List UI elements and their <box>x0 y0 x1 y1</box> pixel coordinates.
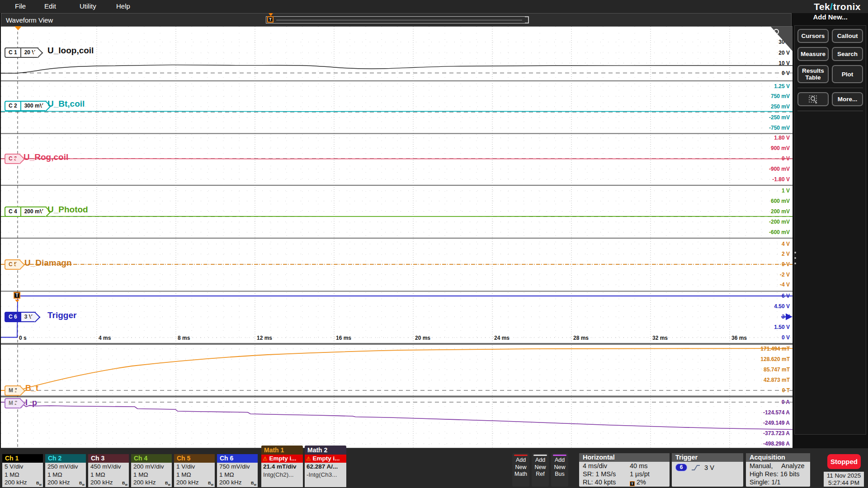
badge-ch6[interactable]: C 63 V <box>5 312 39 322</box>
menu-file[interactable]: File <box>15 2 26 10</box>
horizontal-record-length: RL: 40 kpts <box>583 479 616 486</box>
acquisition-panel[interactable]: Acquisition Manual,Analyze High Res: 16 … <box>746 453 810 487</box>
horizontal-window: 40 ms <box>630 462 648 470</box>
trigger-time-marker-icon[interactable] <box>14 26 22 34</box>
scrollbar-handle[interactable] <box>525 17 528 23</box>
badge-ch5[interactable]: C 5 <box>5 259 24 270</box>
callout-button[interactable]: Callout <box>832 29 863 43</box>
axis-label: -2 V <box>731 272 790 278</box>
waveform-view-titlebar: Waveform View T <box>1 13 792 26</box>
plot-button[interactable]: Plot <box>832 65 863 83</box>
axis-label: 1.50 V <box>731 324 790 330</box>
add-new-ref-button[interactable]: AddNewRef <box>532 453 549 487</box>
bw-limit-icon: Bw <box>79 479 85 488</box>
axis-label: 3 V <box>731 314 790 320</box>
ch2-settings-badge[interactable]: Ch 2 250 mV/div 1 MΩ 200 kHzBw <box>45 454 86 487</box>
ch5-settings-badge[interactable]: Ch 5 1 V/div 1 MΩ 200 kHzBw <box>174 454 215 487</box>
ch3-title: Ch 3 <box>88 454 129 463</box>
zoom-select-icon <box>808 94 819 104</box>
bw-limit-icon: Bw <box>36 479 42 488</box>
badge-math1[interactable]: M 1 <box>5 385 24 396</box>
add-new-math-button[interactable]: AddNewMath <box>512 453 529 487</box>
badge-math2[interactable]: M 2 <box>5 398 24 408</box>
horizontal-position-scrollbar[interactable]: T <box>266 16 529 23</box>
warning-icon: ⚠ <box>306 455 311 462</box>
ch4-title: Ch 4 <box>131 454 172 463</box>
axis-label: -600 mV <box>731 229 790 235</box>
ch1-bandwidth: 200 kHzBw <box>2 479 43 487</box>
bottom-settings-bar: Ch 1 5 V/div 1 MΩ 200 kHzBw Ch 2 250 mV/… <box>0 448 868 488</box>
badge-ch1-name: C 1 <box>5 47 20 58</box>
ch6-settings-badge[interactable]: Ch 6 750 mV/div 1 MΩ 200 kHzBw <box>217 454 258 487</box>
tektronix-logo: Tek/tronix <box>814 1 861 12</box>
acquisition-detail: High Res: 16 bits <box>746 470 810 478</box>
badge-ch6-name: C 6 <box>5 312 20 322</box>
badge-ch3[interactable]: C 3 <box>5 154 24 164</box>
time-label: 0 s <box>19 335 27 341</box>
ch2-vdiv: 250 mV/div <box>45 463 86 471</box>
ch4-settings-badge[interactable]: Ch 4 200 mV/div 1 MΩ 200 kHzBw <box>131 454 172 487</box>
math2-warning: ⚠ Empty i... <box>305 455 346 463</box>
menu-utility[interactable]: Utility <box>80 2 96 10</box>
axis-label: 0 T <box>731 387 790 394</box>
badge-ch4-name: C 4 <box>5 206 20 217</box>
ch4-vdiv: 200 mV/div <box>131 463 172 471</box>
math2-settings-badge[interactable]: Math 2 ⚠ Empty i... 62.287 A/... -Intg(C… <box>305 446 346 487</box>
badge-ch1[interactable]: C 120 V <box>5 47 42 58</box>
datetime-display: 11 Nov 2025 5:27:44 PM <box>824 472 864 487</box>
ch6-vdiv: 750 mV/div <box>217 463 258 471</box>
axis-label: 1.25 V <box>731 83 790 89</box>
axis-label: -250 mV <box>731 114 790 121</box>
axis-label: 1.80 V <box>731 135 790 141</box>
trigger-panel[interactable]: Trigger 6 3 V <box>672 453 743 487</box>
trace-ch2 <box>1 111 793 112</box>
axis-label: 900 mV <box>731 145 790 151</box>
zoom-select-button[interactable] <box>797 92 829 106</box>
horizontal-panel[interactable]: Horizontal 4 ms/div40 ms SR: 1 MS/s1 µs/… <box>579 453 670 487</box>
menu-help[interactable]: Help <box>116 2 130 10</box>
cursors-button[interactable]: Cursors <box>797 29 829 43</box>
ch4-impedance: 1 MΩ <box>131 471 172 479</box>
axis-label: 0 V <box>731 70 790 76</box>
add-new-bus-button[interactable]: AddNewBus <box>551 453 568 487</box>
axis-label: 30 V <box>731 39 790 45</box>
panel-drag-handle[interactable] <box>794 252 797 268</box>
date-text: 11 Nov 2025 <box>824 472 864 479</box>
badge-ch4[interactable]: C 4200 mV <box>5 206 50 217</box>
ch1-vdiv: 5 V/div <box>2 463 43 471</box>
ch3-settings-badge[interactable]: Ch 3 450 mV/div 1 MΩ 200 kHzBw <box>88 454 129 487</box>
waveform-canvas <box>1 27 793 449</box>
axis-label: -249.149 A <box>731 420 790 426</box>
run-stop-status-button[interactable]: Stopped <box>827 454 861 469</box>
trace-math2 <box>1 402 793 430</box>
bw-limit-icon: Bw <box>122 479 127 488</box>
results-table-button[interactable]: Results Table <box>797 65 829 83</box>
ch3-impedance: 1 MΩ <box>88 471 129 479</box>
trigger-position-flag-icon[interactable]: T <box>267 16 274 23</box>
time-label: 4 ms <box>99 335 111 341</box>
ch2-impedance: 1 MΩ <box>45 471 86 479</box>
trigger-point-marker[interactable]: T <box>14 292 20 299</box>
menu-edit[interactable]: Edit <box>44 2 56 10</box>
sidebar-divider <box>797 111 863 111</box>
math1-settings-badge[interactable]: Math 1 ⚠ Empty i... 21.4 mT/div Intg(Ch2… <box>261 446 303 487</box>
ch6-bandwidth: 200 kHzBw <box>217 479 258 487</box>
time-label: 28 ms <box>573 335 589 341</box>
ch5-impedance: 1 MΩ <box>174 471 215 479</box>
axis-label: -4 V <box>731 282 790 288</box>
acquisition-analyze: Analyze <box>781 462 805 470</box>
more-button[interactable]: More... <box>832 92 863 106</box>
axis-label: 4.50 V <box>731 303 790 310</box>
axis-label: 750 mV <box>731 93 790 99</box>
badge-ch2[interactable]: C 2300 mV <box>5 101 50 111</box>
axis-label: 250 mV <box>731 103 790 110</box>
ch1-impedance: 1 MΩ <box>2 471 43 479</box>
waveform-plot[interactable]: T C 120 V U_loop,coil C 2300 mV U_Bt,coi… <box>1 26 793 448</box>
math1-source: Intg(Ch2)... <box>261 471 303 479</box>
ch1-settings-badge[interactable]: Ch 1 5 V/div 1 MΩ 200 kHzBw <box>2 454 43 487</box>
warning-icon: ⚠ <box>263 455 268 462</box>
measure-button[interactable]: Measure <box>797 47 829 61</box>
axis-label: 0 V <box>731 155 790 162</box>
rising-edge-icon <box>691 464 701 471</box>
search-button[interactable]: Search <box>832 47 863 61</box>
